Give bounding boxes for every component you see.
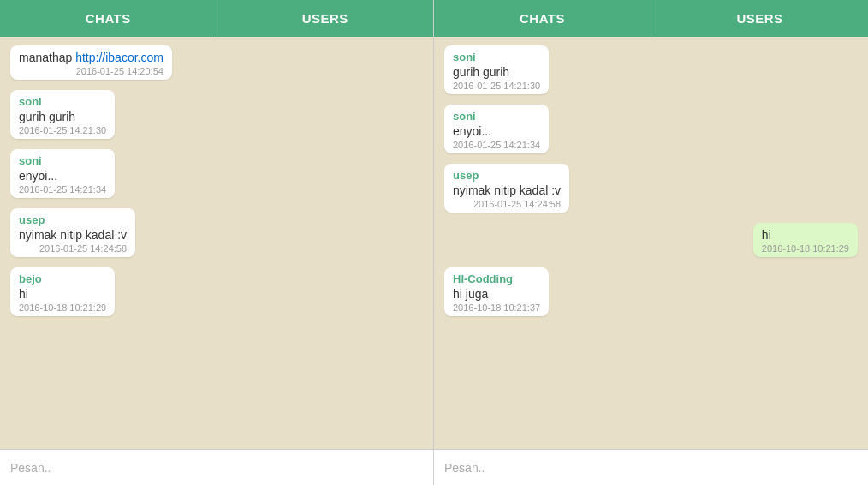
bubble-sender: soni <box>453 110 540 123</box>
bubble-time: 2016-01-25 14:24:58 <box>19 243 127 254</box>
bubble-sender: soni <box>19 154 106 167</box>
list-item: soni gurih gurih 2016-01-25 14:21:30 <box>444 45 549 94</box>
bubble-text: gurih gurih <box>19 110 106 123</box>
bubble-sender: soni <box>19 95 106 108</box>
bubble-text: hi <box>19 287 106 301</box>
bubble-text: enyoi... <box>453 124 540 138</box>
left-header: CHATS USERS <box>0 0 433 37</box>
bubble-text: nyimak nitip kadal :v <box>19 228 127 242</box>
right-chat-area: soni gurih gurih 2016-01-25 14:21:30 son… <box>434 37 868 449</box>
right-input-area[interactable]: Pesan.. <box>434 449 868 485</box>
list-item: manathap http://ibacor.com 2016-01-25 14… <box>10 45 172 80</box>
list-item: soni enyoi... 2016-01-25 14:21:34 <box>10 149 115 198</box>
bubble-sender: usep <box>453 169 561 182</box>
right-users-label: USERS <box>736 11 782 26</box>
bubble-text: hi <box>762 228 849 242</box>
list-item: soni enyoi... 2016-01-25 14:21:34 <box>444 105 549 153</box>
bubble-text: nyimak nitip kadal :v <box>453 183 561 197</box>
left-chats-label: CHATS <box>86 11 131 26</box>
right-header: CHATS USERS <box>434 0 868 37</box>
bubble-sender: HI-Codding <box>453 272 540 285</box>
right-panel: CHATS USERS soni gurih gurih 2016-01-25 … <box>434 0 868 485</box>
left-input-placeholder: Pesan.. <box>10 461 51 475</box>
right-chats-label: CHATS <box>520 11 565 26</box>
bubble-text: enyoi... <box>19 169 106 183</box>
bubble-text: gurih gurih <box>453 65 540 79</box>
bubble-time: 2016-01-25 14:21:30 <box>453 81 540 91</box>
left-users-tab[interactable]: USERS <box>217 0 434 37</box>
bubble-sender: bejo <box>19 272 106 285</box>
right-chats-tab[interactable]: CHATS <box>434 0 651 37</box>
bubble-time: 2016-01-25 14:20:54 <box>19 66 163 76</box>
list-item: bejo hi 2016-10-18 10:21:29 <box>10 267 115 316</box>
left-panel: CHATS USERS manathap http://ibacor.com 2… <box>0 0 434 485</box>
bubble-time: 2016-01-25 14:24:58 <box>453 199 561 209</box>
left-chats-tab[interactable]: CHATS <box>0 0 217 37</box>
left-input-area[interactable]: Pesan.. <box>0 449 433 485</box>
bubble-time: 2016-01-25 14:21:34 <box>19 184 106 195</box>
right-input-placeholder: Pesan.. <box>444 461 485 475</box>
chat-link[interactable]: http://ibacor.com <box>75 51 163 64</box>
list-item: usep nyimak nitip kadal :v 2016-01-25 14… <box>10 208 135 257</box>
bubble-time: 2016-10-18 10:21:37 <box>453 302 540 313</box>
list-item: HI-Codding hi juga 2016-10-18 10:21:37 <box>444 267 549 316</box>
bubble-text: hi juga <box>453 287 540 301</box>
bubble-time: 2016-01-25 14:21:34 <box>453 140 540 150</box>
right-users-tab[interactable]: USERS <box>651 0 868 37</box>
bubble-text: manathap http://ibacor.com <box>19 51 163 64</box>
list-item: usep nyimak nitip kadal :v 2016-01-25 14… <box>444 164 569 213</box>
bubble-sender: usep <box>19 213 127 226</box>
bubble-sender: soni <box>453 51 540 63</box>
list-item: hi 2016-10-18 10:21:29 <box>753 223 858 257</box>
left-chat-area: manathap http://ibacor.com 2016-01-25 14… <box>0 37 433 449</box>
bubble-time: 2016-10-18 10:21:29 <box>762 243 849 254</box>
bubble-time: 2016-01-25 14:21:30 <box>19 125 106 135</box>
left-users-label: USERS <box>302 11 348 26</box>
bubble-time: 2016-10-18 10:21:29 <box>19 302 106 313</box>
list-item: soni gurih gurih 2016-01-25 14:21:30 <box>10 90 115 139</box>
